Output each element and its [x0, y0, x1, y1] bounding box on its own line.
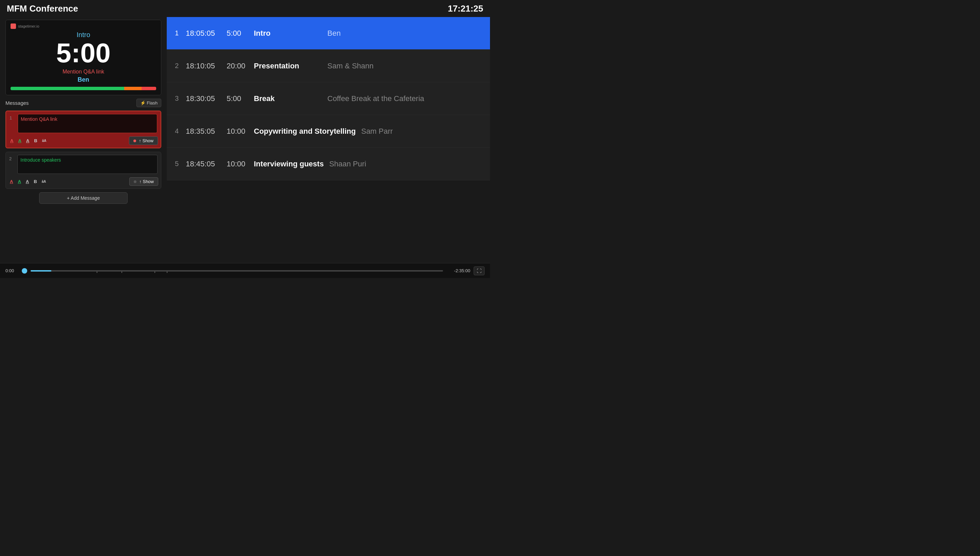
progress-red	[142, 87, 156, 90]
seek-end-time: -2:35:00	[446, 268, 470, 273]
seek-handle[interactable]	[22, 268, 27, 273]
schedule-speaker-2: Sam & Shann	[327, 61, 374, 70]
message-num-1: 1	[10, 114, 15, 133]
fmt-a-green-1[interactable]: A	[17, 137, 23, 144]
timer-speaker: Ben	[11, 76, 156, 83]
message-text-2[interactable]: Introduce speakers	[17, 155, 158, 174]
messages-header: Messages ⚡ Flash	[5, 99, 161, 107]
fmt-aa-2[interactable]: āA	[40, 179, 48, 184]
schedule-num-5: 5	[175, 160, 186, 168]
schedule-time-3: 18:30:05	[186, 94, 227, 103]
app-title: MFM Conference	[7, 3, 78, 14]
messages-label: Messages	[5, 100, 29, 106]
timer-display: stagetimer.io Intro 5:00 Mention Q&A lin…	[5, 20, 161, 95]
schedule-duration-3: 5:00	[227, 94, 254, 103]
seek-marker-1	[97, 272, 97, 273]
brand-logo-icon	[11, 23, 16, 29]
schedule-time-5: 18:45:05	[186, 160, 227, 168]
schedule-speaker-1: Ben	[327, 29, 341, 38]
message-card-2-inner: 2 Introduce speakers	[6, 152, 161, 175]
message-toolbar-1: A A A B āA ↑ Show	[6, 134, 161, 148]
header: MFM Conference 17:21:25	[0, 0, 490, 17]
clock-display: 17:21:25	[448, 3, 483, 14]
fmt-a-white-2[interactable]: A	[24, 178, 30, 185]
schedule-title-5: Interviewing guests	[254, 160, 324, 168]
schedule-num-3: 3	[175, 95, 186, 102]
schedule-item-3[interactable]: 3 18:30:05 5:00 Break Coffee Break at th…	[167, 82, 490, 115]
schedule-speaker-5: Shaan Puri	[329, 160, 366, 168]
show-button-2[interactable]: ↑ Show	[129, 177, 158, 186]
schedule-duration-2: 20:00	[227, 61, 254, 70]
schedule-speaker-3: Coffee Break at the Cafeteria	[327, 94, 424, 103]
schedule-time-4: 18:35:05	[186, 127, 227, 136]
schedule-duration-4: 10:00	[227, 127, 254, 136]
schedule-num-4: 4	[175, 127, 186, 135]
fullscreen-button[interactable]: ⛶	[474, 267, 484, 275]
fmt-b-2[interactable]: B	[32, 178, 38, 185]
right-panel: 1 18:05:05 5:00 Intro Ben 2 18:10:05 20:…	[167, 17, 490, 263]
left-panel: stagetimer.io Intro 5:00 Mention Q&A lin…	[0, 17, 167, 263]
add-message-button[interactable]: + Add Message	[39, 192, 128, 204]
flash-button[interactable]: ⚡ Flash	[136, 99, 161, 107]
schedule-duration-5: 10:00	[227, 160, 254, 168]
timer-brand: stagetimer.io	[11, 23, 156, 29]
fmt-b-1[interactable]: B	[33, 137, 39, 144]
fmt-aa-1[interactable]: āA	[41, 138, 48, 143]
fmt-a-white-1[interactable]: A	[25, 137, 31, 144]
schedule-time-1: 18:05:05	[186, 29, 227, 38]
seek-start-time: 0:00	[5, 268, 18, 273]
schedule-item-1[interactable]: 1 18:05:05 5:00 Intro Ben	[167, 17, 490, 50]
message-card-1-inner: 1 Mention Q&A link	[6, 111, 161, 134]
fmt-a-red-2[interactable]: A	[8, 178, 14, 185]
schedule-item-4[interactable]: 4 18:35:05 10:00 Copywriting and Storyte…	[167, 115, 490, 148]
schedule-title-2: Presentation	[254, 61, 322, 70]
seek-marker-2	[121, 272, 122, 273]
main-layout: stagetimer.io Intro 5:00 Mention Q&A lin…	[0, 17, 490, 263]
bottom-bar: 0:00 -2:35:00 ⛶	[0, 263, 490, 278]
fmt-a-red-1[interactable]: A	[9, 137, 15, 144]
progress-green	[11, 87, 124, 90]
schedule-item-2[interactable]: 2 18:10:05 20:00 Presentation Sam & Shan…	[167, 50, 490, 82]
fmt-a-green-2[interactable]: A	[16, 178, 22, 185]
brand-text: stagetimer.io	[18, 24, 39, 28]
message-row-1: 1 Mention Q&A link	[10, 114, 157, 133]
message-card-2: 2 Introduce speakers A A A B āA ↑ Show	[5, 152, 161, 189]
schedule-num-1: 1	[175, 29, 186, 37]
schedule-title-4: Copywriting and Storytelling	[254, 127, 355, 136]
seek-marker-4	[167, 272, 168, 273]
schedule-item-5[interactable]: 5 18:45:05 10:00 Interviewing guests Sha…	[167, 148, 490, 180]
seek-fill	[31, 270, 52, 272]
message-row-2: 2 Introduce speakers	[9, 155, 158, 174]
timer-progress-bar	[11, 87, 156, 90]
timer-time: 5:00	[11, 39, 156, 67]
progress-orange	[124, 87, 142, 90]
schedule-speaker-4: Sam Parr	[361, 127, 393, 136]
timer-message: Mention Q&A link	[11, 69, 156, 75]
show-button-1[interactable]: ↑ Show	[129, 136, 158, 145]
message-card-1: 1 Mention Q&A link A A A B āA ↑ Show	[5, 111, 161, 149]
message-text-1[interactable]: Mention Q&A link	[18, 114, 157, 133]
seek-marker-3	[155, 272, 155, 273]
schedule-title-1: Intro	[254, 29, 322, 38]
seek-bar[interactable]	[31, 270, 443, 272]
schedule-num-2: 2	[175, 62, 186, 70]
schedule-time-2: 18:10:05	[186, 61, 227, 70]
message-num-2: 2	[9, 155, 15, 174]
schedule-duration-1: 5:00	[227, 29, 254, 38]
schedule-title-3: Break	[254, 94, 322, 103]
message-toolbar-2: A A A B āA ↑ Show	[6, 175, 161, 189]
